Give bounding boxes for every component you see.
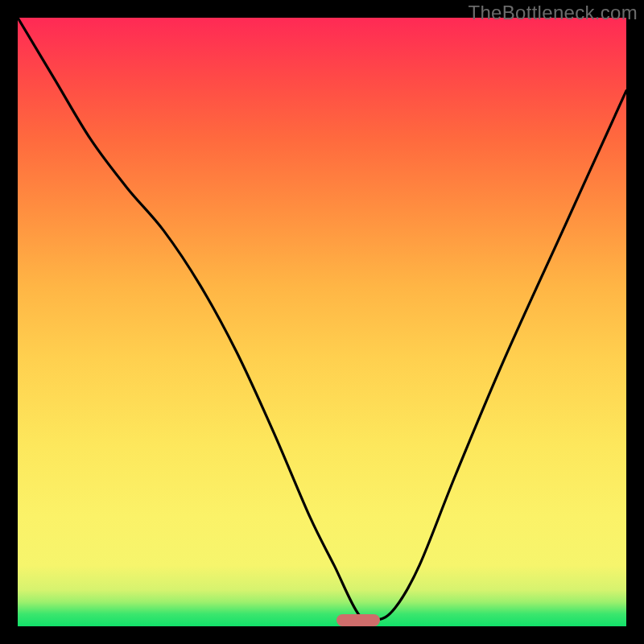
plot-area: [18, 18, 626, 626]
bottleneck-curve-path: [18, 18, 626, 621]
watermark-text: TheBottleneck.com: [468, 2, 638, 24]
optimal-marker: [336, 614, 380, 626]
chart-frame: TheBottleneck.com: [0, 0, 644, 644]
curve-svg: [18, 18, 626, 626]
